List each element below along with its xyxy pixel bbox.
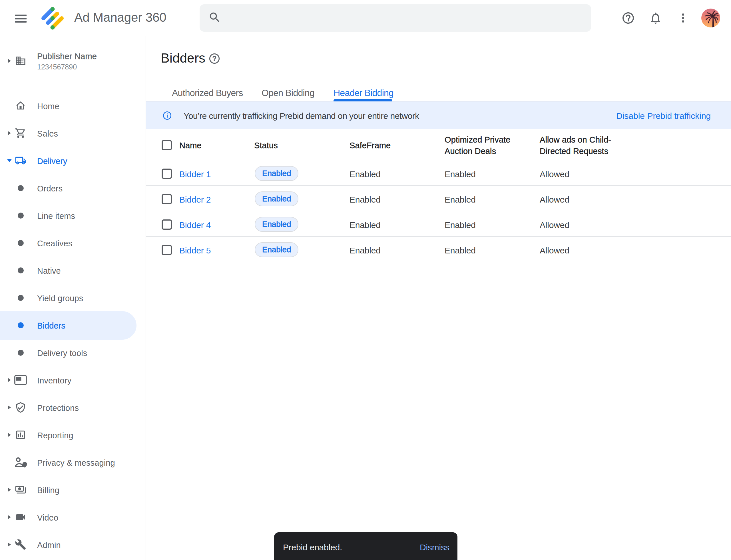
svg-text:?: ? bbox=[212, 55, 217, 63]
